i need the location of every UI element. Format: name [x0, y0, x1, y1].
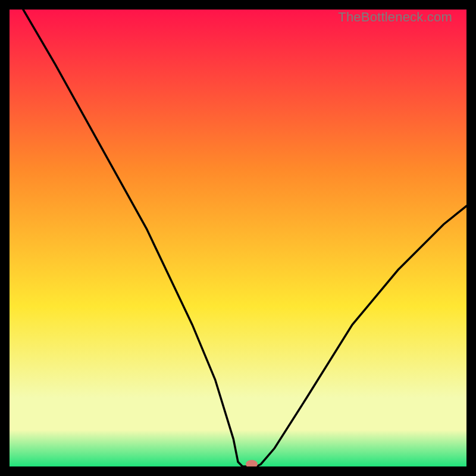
- chart-frame: TheBottleneck.com: [10, 10, 466, 466]
- watermark-text: TheBottleneck.com: [338, 10, 452, 25]
- chart-background: [10, 10, 466, 466]
- chart-plot: [10, 10, 466, 466]
